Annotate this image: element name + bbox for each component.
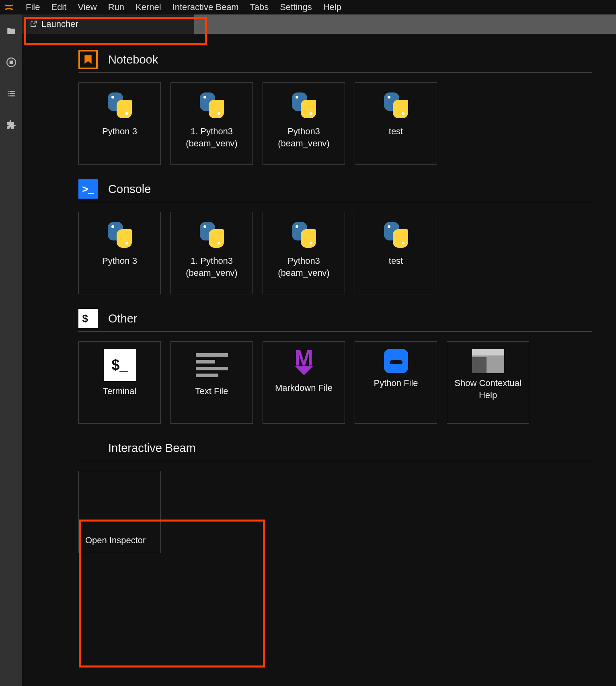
card-label: Terminal (103, 385, 136, 397)
launcher-card-open-inspector[interactable]: Open Inspector (78, 471, 161, 553)
section-title: Notebook (108, 53, 158, 66)
launcher-card-notebook-python3-beam[interactable]: 1. Python3 (beam_venv) (170, 82, 253, 165)
python-file-icon (384, 349, 408, 373)
card-label: Python3 (beam_venv) (266, 255, 341, 279)
svg-rect-1 (9, 61, 13, 64)
card-label: test (389, 255, 403, 267)
card-label: 1. Python3 (beam_venv) (174, 255, 249, 279)
launcher-card-text-file[interactable]: Text File (170, 341, 253, 424)
terminal-icon: $_ (104, 349, 136, 381)
python-logo-icon (199, 92, 225, 118)
card-label: Show Contextual Help (450, 377, 526, 401)
card-label: Open Inspector (85, 534, 146, 546)
section-title: Console (108, 183, 151, 196)
card-label: Python3 (beam_venv) (266, 125, 341, 149)
menu-file[interactable]: File (20, 0, 45, 14)
launcher-card-contextual-help[interactable]: Show Contextual Help (447, 341, 529, 424)
menu-tabs[interactable]: Tabs (244, 0, 274, 14)
card-label: Python File (374, 377, 418, 389)
launcher-card-console-python3-beam2[interactable]: Python3 (beam_venv) (263, 212, 345, 294)
extension-icon[interactable] (6, 120, 16, 130)
list-icon[interactable] (6, 88, 16, 99)
launcher-card-notebook-test[interactable]: test (355, 82, 437, 165)
section-notebook: Notebook Python 3 1. Python3 (beam_venv)… (78, 50, 592, 165)
python-logo-icon (291, 92, 317, 118)
launcher-card-console-python3-beam[interactable]: 1. Python3 (beam_venv) (170, 212, 253, 294)
markdown-icon: M (291, 349, 317, 378)
launcher-card-terminal[interactable]: $_ Terminal (78, 341, 161, 424)
python-logo-icon (199, 222, 225, 248)
card-label: Python 3 (102, 255, 137, 267)
launcher-panel: Notebook Python 3 1. Python3 (beam_venv)… (22, 34, 616, 686)
python-logo-icon (107, 222, 133, 248)
card-label: test (389, 125, 403, 138)
section-title: Interactive Beam (108, 442, 196, 455)
python-logo-icon (383, 92, 409, 118)
top-menubar: File Edit View Run Kernel Interactive Be… (0, 0, 616, 14)
section-other: $_ Other $_ Terminal Text File M Ma (78, 309, 592, 424)
tab-bar: Launcher (22, 14, 616, 34)
console-section-icon: >_ (78, 179, 98, 199)
launcher-card-markdown-file[interactable]: M Markdown File (263, 341, 345, 424)
other-section-icon: $_ (78, 309, 98, 328)
notebook-section-icon (78, 50, 98, 69)
menu-interactive-beam[interactable]: Interactive Beam (167, 0, 244, 14)
card-label: 1. Python3 (beam_venv) (174, 125, 249, 149)
launcher-card-notebook-python3-beam2[interactable]: Python3 (beam_venv) (263, 82, 345, 165)
section-console: >_ Console Python 3 1. Python3 (beam_ven… (78, 179, 592, 294)
divider (78, 461, 592, 461)
menu-settings[interactable]: Settings (274, 0, 318, 14)
python-logo-icon (291, 222, 317, 248)
divider (78, 72, 592, 73)
launcher-card-console-test[interactable]: test (355, 212, 437, 294)
launcher-card-python-file[interactable]: Python File (355, 341, 437, 424)
jupyter-logo (3, 2, 14, 13)
python-logo-icon (107, 92, 133, 118)
divider (78, 202, 592, 202)
menu-help[interactable]: Help (318, 0, 347, 14)
launch-icon (29, 20, 37, 28)
launcher-card-notebook-python3[interactable]: Python 3 (78, 82, 161, 165)
tab-launcher[interactable]: Launcher (22, 14, 194, 34)
menu-edit[interactable]: Edit (45, 0, 72, 14)
section-title: Other (108, 312, 138, 325)
interactive-beam-section-icon (78, 438, 98, 458)
folder-icon[interactable] (6, 26, 16, 36)
card-label: Text File (195, 385, 228, 397)
text-file-icon (196, 349, 228, 381)
launcher-card-console-python3[interactable]: Python 3 (78, 212, 161, 294)
menu-view[interactable]: View (72, 0, 102, 14)
section-interactive-beam: Interactive Beam Open Inspector (78, 438, 592, 553)
contextual-help-icon (472, 349, 504, 373)
menu-kernel[interactable]: Kernel (130, 0, 167, 14)
tab-label: Launcher (41, 19, 78, 29)
card-label: Python 3 (102, 125, 137, 138)
divider (78, 331, 592, 332)
stop-circle-icon[interactable] (6, 57, 16, 68)
card-label: Markdown File (275, 382, 333, 394)
activity-bar (0, 14, 22, 686)
menu-run[interactable]: Run (103, 0, 130, 14)
python-logo-icon (383, 222, 409, 248)
